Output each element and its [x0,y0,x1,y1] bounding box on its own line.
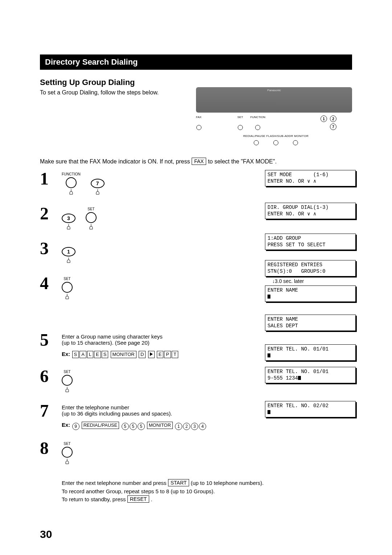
step7-example: Ex: 9 REDIAL/PAUSE 555 MONITOR 1234 [62,422,352,430]
key-e2: E [157,351,164,358]
function-button: FUNCTION [62,172,81,195]
lcd-step4b: ENTER NAME [265,285,356,302]
key-redial-pause: REDIAL/PAUSE [82,422,119,429]
oval-key-icon: 7 [91,179,105,188]
key-e: E [94,351,101,358]
control-panel-diagram: FAX SET FUNCTION 1 2 7 [196,87,356,145]
set-button: SET [62,277,73,300]
lcd-step1: SET MODE (1-6) ENTER NO. OR ∨ ∧ [265,170,356,186]
key-a: A [79,351,86,358]
function-button-icon [255,125,260,130]
set-button: SET [62,442,73,465]
step5-line1: Enter a Group name using character keys [62,333,352,340]
key-2: 2 [183,423,190,430]
page-number: 30 [40,528,52,540]
lcd-step4a: REGISTERED ENTRIES STN(S):0 GROUPS:0 [265,260,356,276]
ex-label: Ex: [62,422,70,428]
circle-icon [66,177,77,188]
step-number: 8 [40,439,62,457]
set-button: SET [62,370,73,393]
flash-subaddr-icon [273,140,278,145]
fax-key: FAX [192,158,206,165]
reset-key: RESET [127,495,150,503]
callout-7: 7 [330,123,336,130]
step-number: 3 [40,240,62,257]
later-note: ↓3.0 sec. later [272,278,304,284]
step-number: 7 [40,402,62,420]
set-label: SET [64,370,70,374]
lcd-step8: ENTER TEL. NO. 02/02 [265,401,356,417]
press-hand-icon [64,224,73,230]
step-number: 5 [40,331,62,349]
fax-note-post: to select the "FAX MODE". [208,158,277,165]
section-subtitle: Setting Up Group Dialing [40,78,352,87]
press-hand-icon [67,189,75,195]
fax-button-icon [196,125,201,130]
play-icon [150,352,153,356]
panel-fax-label: FAX [196,116,201,119]
panel-function-label: FUNCTION [250,116,265,119]
key-1-button: 1 [62,242,75,263]
step-8: 8 SET Enter the next telephone number an… [40,439,352,504]
circle-icon [62,447,73,458]
footer-line1: Enter the next telephone number and pres… [62,479,352,487]
key-5b: 5 [130,423,137,430]
key-l: L [87,351,93,358]
set-label: SET [87,207,94,211]
oval-key-icon: 1 [62,247,75,256]
step-number: 1 [40,170,62,187]
function-label: FUNCTION [62,172,81,177]
fax-mode-note: Make sure that the FAX Mode indicator is… [40,158,352,165]
key-s: S [72,351,79,358]
key-monitor: MONITOR [111,351,136,358]
lcd-step7: ENTER TEL. NO. 01/01 9-555 1234 [265,367,356,383]
callout-1: 1 [320,116,327,122]
panel-image [196,87,352,113]
panel-set-label: SET [237,116,243,119]
oval-key-icon: 3 [62,214,75,223]
key-s2: S [102,351,109,358]
key-t: T [172,351,178,358]
ex-label: Ex: [62,351,70,357]
section-title: Directory Search Dialing [40,54,352,70]
press-hand-icon [93,189,102,195]
key-1: 1 [175,423,182,430]
redial-pause-icon [254,140,259,145]
key-p: P [164,351,171,358]
set-label: SET [64,442,70,446]
set-label: SET [64,277,70,281]
fax-note-pre: Make sure that the FAX Mode indicator is… [40,158,192,165]
monitor-icon [293,140,298,145]
footer-line2: To record another Group, repeat steps 5 … [62,487,352,496]
circle-icon [86,212,97,223]
step-number: 4 [40,275,62,292]
lcd-step6: ENTER TEL. NO. 01/01 [265,344,356,361]
step-number: 2 [40,205,62,222]
key-3: 3 [191,423,198,430]
footer-line3: To return to standby, press RESET . [62,495,352,504]
key-play [148,351,155,358]
set-button-icon [238,125,243,130]
lcd-step2: DIR. GROUP DIAL(1-3) ENTER NO. OR ∨ ∧ [265,203,356,219]
key-5c: 5 [138,423,145,430]
press-hand-icon [63,387,72,393]
callout-2: 2 [330,116,336,122]
lcd-step3: 1:ADD GROUP PRESS SET TO SELECT [265,234,356,250]
start-key: START [168,479,189,486]
press-hand-icon [63,294,72,300]
circle-icon [62,282,73,293]
key-5a: 5 [122,423,129,430]
key-monitor2: MONITOR [147,422,173,429]
step-number: 6 [40,368,62,385]
key-4: 4 [199,423,206,430]
key-7-button: 7 [91,174,105,195]
press-hand-icon [63,459,72,465]
key-3-button: 3 [62,208,75,230]
key-d: D [139,351,146,358]
press-hand-icon [64,258,73,263]
panel-row2-label: REDIAL/PAUSE FLASH/SUB-ADDR MONITOR [196,134,356,138]
set-button: SET [86,207,97,230]
key-9: 9 [72,423,79,430]
circle-icon [62,375,73,386]
press-hand-icon [87,224,95,230]
